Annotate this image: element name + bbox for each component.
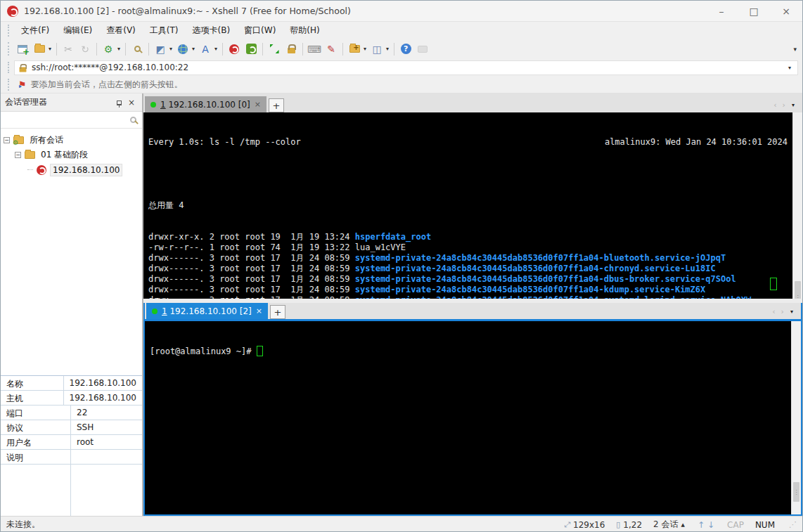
compose-pane-button[interactable]: ◩: [153, 41, 168, 57]
help-button[interactable]: ?: [398, 41, 413, 57]
xftp-button[interactable]: [243, 41, 259, 57]
session-properties-icon: ⚙: [104, 44, 113, 54]
toolbar-separator: [394, 43, 394, 56]
compose-pane-dropdown-icon[interactable]: ▾: [169, 46, 172, 52]
terminal-2[interactable]: [root@almalinux9 ~]# ⋮: [145, 321, 801, 514]
menu-bar: 文件(F) 编辑(E) 查看(V) 工具(T) 选项卡(B) 窗口(W) 帮助(…: [1, 22, 802, 39]
tile-windows-icon: ◫: [372, 44, 381, 54]
pin-button[interactable]: [113, 98, 125, 108]
session-count-button[interactable]: 2 会话▲: [653, 519, 685, 531]
highlight-pen-button[interactable]: ✎: [323, 41, 339, 57]
num-lock-indicator: NUM: [755, 520, 775, 530]
close-button[interactable]: ×: [770, 1, 802, 21]
property-label: 协议: [1, 420, 71, 434]
lock-screen-button[interactable]: [283, 41, 299, 57]
toolbar-separator: [342, 43, 343, 56]
scrollbar-1[interactable]: ⋮: [792, 112, 802, 299]
scrollbar-2[interactable]: ⋮: [791, 321, 801, 514]
collapse-icon[interactable]: [4, 137, 10, 143]
tab-scroll-left-icon[interactable]: ‹: [773, 100, 776, 110]
fullscreen-button[interactable]: [266, 41, 282, 57]
toolbar-separator: [262, 43, 263, 56]
tab-session-0[interactable]: 1 192.168.10.100 [0] ×: [145, 96, 266, 112]
panel-close-button[interactable]: ×: [125, 98, 138, 108]
collapse-icon[interactable]: [15, 152, 21, 158]
encoding-globe-button[interactable]: [175, 41, 191, 57]
tab-list-dropdown-icon[interactable]: ▾: [792, 102, 795, 108]
tile-windows-button[interactable]: ◫: [369, 41, 385, 57]
resize-grip-icon[interactable]: ⋰: [789, 520, 797, 529]
tab-list-dropdown-icon[interactable]: ▾: [790, 309, 793, 315]
menu-edit[interactable]: 编辑(E): [56, 22, 99, 39]
arrow-up-icon: ↑: [696, 520, 706, 530]
xshell-window: 192.168.10.100 [2] - root@almalinux9:~ -…: [0, 0, 803, 532]
virtual-keyboard-button[interactable]: ⌨: [307, 41, 322, 57]
address-dropdown-icon[interactable]: ▾: [788, 65, 791, 71]
property-row-empty: [1, 465, 142, 516]
menu-help[interactable]: 帮助(H): [283, 22, 326, 39]
new-folder-button[interactable]: [347, 41, 362, 57]
new-folder-dropdown-icon[interactable]: ▾: [364, 46, 366, 52]
xshell-button[interactable]: [226, 41, 242, 57]
find-button[interactable]: [129, 41, 145, 57]
address-field[interactable]: ssh://root:******@192.168.10.100:22 ▾: [14, 60, 798, 75]
font-button[interactable]: A: [198, 41, 213, 57]
size-icon: ⤢: [564, 520, 570, 529]
tree-item-session[interactable]: 192.168.10.100: [4, 162, 139, 177]
tab-scroll-left-icon[interactable]: ‹: [772, 307, 775, 316]
tab-bar-2: 1 192.168.10.100 [2] × + ‹ › ▾: [145, 303, 801, 321]
toolbar-overflow-button[interactable]: ▾: [793, 46, 802, 53]
tab-session-2[interactable]: 1 192.168.10.100 [2] ×: [146, 303, 268, 319]
minimize-button[interactable]: –: [705, 1, 738, 21]
tree-label: 所有会话: [27, 134, 65, 147]
session-properties-dropdown-icon[interactable]: ▾: [117, 46, 120, 52]
tree-item-stage-folder[interactable]: 01 基础阶段: [4, 148, 139, 162]
terminal-cursor: [770, 278, 777, 290]
scrollbar-thumb[interactable]: ⋮: [793, 482, 799, 502]
menu-view[interactable]: 查看(V): [99, 22, 143, 39]
tab-close-icon[interactable]: ×: [255, 100, 261, 109]
scrollbar-thumb[interactable]: ⋮: [795, 281, 801, 299]
watch-header: Every 1.0s: ls -l /tmp --coloralmalinux9…: [148, 137, 788, 148]
font-dropdown-icon[interactable]: ▾: [214, 46, 217, 52]
menu-tools[interactable]: 工具(T): [143, 22, 186, 39]
menu-window[interactable]: 窗口(W): [237, 22, 283, 39]
tab-label: 192.168.10.100 [2]: [169, 306, 251, 316]
new-tab-button[interactable]: +: [269, 98, 284, 112]
lock-screen-icon: [288, 48, 295, 53]
encoding-globe-dropdown-icon[interactable]: ▾: [192, 46, 195, 52]
toolbar-separator: [56, 43, 57, 56]
pin-icon: [117, 100, 122, 105]
tile-windows-dropdown-icon[interactable]: ▾: [386, 46, 389, 52]
terminal-1[interactable]: Every 1.0s: ls -l /tmp --coloralmalinux9…: [143, 112, 802, 299]
open-session-button[interactable]: [32, 41, 47, 57]
feedback-chat-button: [415, 41, 430, 57]
session-nav-arrows[interactable]: ↑↓: [696, 520, 716, 530]
compose-pane-icon: ◩: [155, 44, 165, 54]
menu-tabs[interactable]: 选项卡(B): [186, 22, 238, 39]
tab-close-icon[interactable]: ×: [256, 306, 262, 316]
folder-icon: [25, 151, 35, 159]
address-value: ssh://root:******@192.168.10.100:22: [32, 63, 188, 72]
new-tab-button[interactable]: +: [270, 305, 285, 319]
property-value: 192.168.10.100: [64, 391, 142, 405]
open-session-dropdown-icon[interactable]: ▾: [49, 46, 51, 52]
session-search-box[interactable]: [1, 112, 142, 129]
toolbar-separator: [302, 43, 303, 56]
menu-file[interactable]: 文件(F): [14, 22, 56, 39]
cursor-position-indicator: ▯1,22: [616, 520, 642, 530]
tab-label: 192.168.10.100 [0]: [168, 100, 250, 110]
connection-status: 未连接。: [6, 519, 40, 531]
tab-scroll-right-icon[interactable]: ›: [781, 307, 784, 316]
new-session-button[interactable]: [15, 41, 30, 57]
maximize-button[interactable]: □: [738, 1, 770, 21]
arrow-down-icon: ↓: [706, 520, 716, 530]
session-properties-button[interactable]: ⚙: [101, 41, 116, 57]
tree-item-all-sessions[interactable]: 所有会话: [4, 133, 139, 148]
property-label: 主机: [1, 391, 64, 405]
tab-scroll-right-icon[interactable]: ›: [783, 100, 785, 110]
info-bar: ⚑ 要添加当前会话，点击左侧的箭头按钮。: [1, 77, 802, 93]
title-bar: 192.168.10.100 [2] - root@almalinux9:~ -…: [1, 1, 802, 22]
property-row: 用户名root: [1, 435, 142, 450]
directory-name: systemd-private-24a8cb84c30445dab8536d0f…: [355, 264, 716, 273]
